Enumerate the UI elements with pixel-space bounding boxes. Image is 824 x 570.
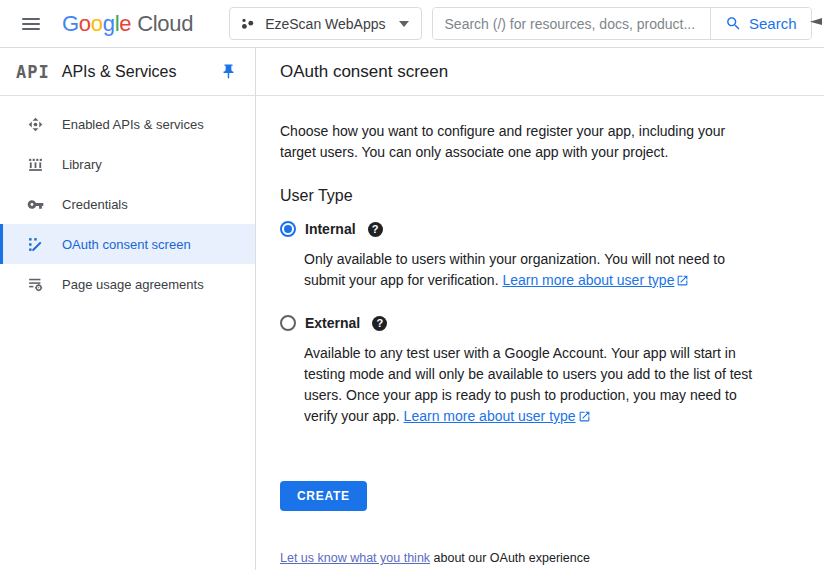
sidebar-item-label: OAuth consent screen: [62, 237, 191, 252]
topbar: Google Cloud EzeScan WebApps Search: [0, 0, 824, 48]
learn-more-link-external[interactable]: Learn more about user type: [404, 408, 576, 424]
sidebar-header: API APIs & Services: [0, 48, 255, 96]
create-button[interactable]: CREATE: [280, 481, 367, 511]
sidebar-item-page-usage-agreements[interactable]: Page usage agreements: [0, 264, 255, 304]
logo-cloud-text: Cloud: [137, 11, 193, 37]
sidebar-title: APIs & Services: [62, 63, 177, 81]
page-header: OAuth consent screen: [256, 48, 824, 96]
search-button[interactable]: Search: [710, 8, 811, 39]
external-description: Available to any test user with a Google…: [304, 343, 800, 429]
help-icon[interactable]: ?: [368, 222, 383, 237]
sidebar-item-label: Enabled APIs & services: [62, 117, 204, 132]
sidebar-item-credentials[interactable]: Credentials: [0, 184, 255, 224]
logo-letter: e: [119, 11, 131, 37]
sidebar-item-library[interactable]: Library: [0, 144, 255, 184]
page-title: OAuth consent screen: [280, 62, 448, 82]
sidebar: API APIs & Services Enabled APIs & servi…: [0, 48, 256, 570]
menu-icon[interactable]: [22, 18, 40, 30]
logo-letter: o: [91, 11, 103, 37]
sidebar-item-enabled-apis[interactable]: Enabled APIs & services: [0, 104, 255, 144]
pin-icon[interactable]: [220, 63, 237, 80]
intro-text: Choose how you want to configure and reg…: [280, 121, 800, 163]
sidebar-item-label: Page usage agreements: [62, 277, 204, 292]
google-cloud-logo: Google Cloud: [62, 11, 193, 37]
project-name: EzeScan WebApps: [265, 16, 385, 32]
page-content: Choose how you want to configure and reg…: [256, 96, 824, 565]
user-type-heading: User Type: [280, 187, 800, 205]
option-external: External ?: [280, 315, 800, 331]
project-icon: [240, 16, 256, 32]
enabled-apis-icon: [25, 116, 45, 133]
logo-letter: g: [103, 11, 115, 37]
sidebar-item-label: Library: [62, 157, 102, 172]
internal-label: Internal: [305, 221, 356, 237]
library-icon: [25, 156, 45, 173]
learn-more-link-internal[interactable]: Learn more about user type: [502, 272, 674, 288]
feedback-line: Let us know what you think about our OAu…: [280, 551, 800, 565]
internal-radio[interactable]: [280, 221, 296, 237]
search-button-label: Search: [749, 15, 797, 32]
external-link-icon: [676, 274, 689, 290]
sidebar-item-label: Credentials: [62, 197, 128, 212]
search-icon: [725, 15, 742, 32]
key-icon: [25, 196, 45, 213]
logo-letter: o: [79, 11, 91, 37]
search-input[interactable]: [433, 8, 710, 39]
feedback-rest: about our OAuth experience: [430, 551, 590, 565]
cursor-artifact: [810, 18, 822, 25]
external-radio[interactable]: [280, 315, 296, 331]
api-logo: API: [16, 62, 50, 82]
external-label: External: [305, 315, 360, 331]
google-cloud-console: Google Cloud EzeScan WebApps Search A: [0, 0, 824, 570]
main-panel: OAuth consent screen Choose how you want…: [256, 48, 824, 570]
feedback-link[interactable]: Let us know what you think: [280, 551, 430, 565]
oauth-consent-icon: [25, 236, 45, 253]
logo-letter: G: [62, 11, 79, 37]
caret-down-icon: [399, 21, 409, 27]
sidebar-item-oauth-consent-screen[interactable]: OAuth consent screen: [0, 224, 255, 264]
agreements-icon: [25, 276, 45, 293]
project-selector[interactable]: EzeScan WebApps: [229, 7, 421, 40]
search-bar: Search: [432, 7, 812, 40]
sidebar-nav: Enabled APIs & services Library Credenti…: [0, 96, 255, 304]
internal-description: Only available to users within your orga…: [304, 249, 800, 293]
external-link-icon: [578, 410, 591, 426]
option-internal: Internal ?: [280, 221, 800, 237]
help-icon[interactable]: ?: [372, 316, 387, 331]
shell: API APIs & Services Enabled APIs & servi…: [0, 48, 824, 570]
